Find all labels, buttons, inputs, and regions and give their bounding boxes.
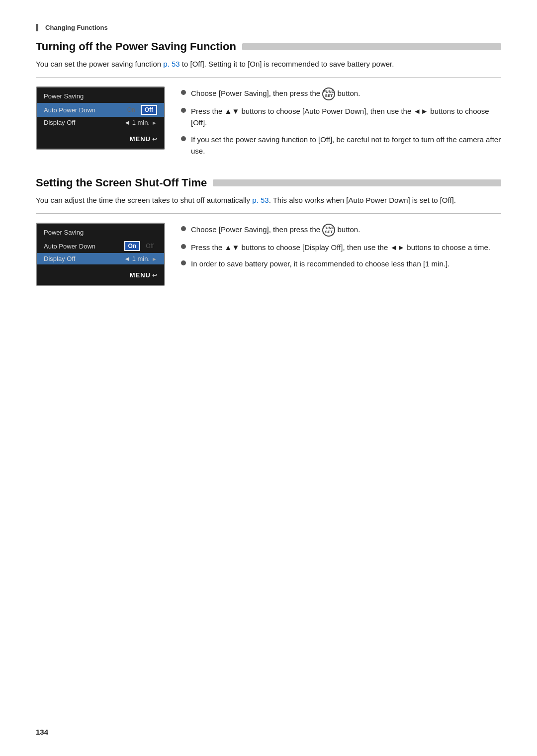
option-off-1: Off <box>141 105 157 115</box>
bullet-1-2 <box>181 108 186 113</box>
section2-heading-bar <box>213 179 501 186</box>
func-set-icon-2: FUNCSET <box>322 224 335 237</box>
section2-heading: Setting the Screen Shut-Off Time <box>36 176 501 189</box>
instruction-1-1: Choose [Power Saving], then press the FU… <box>181 87 501 100</box>
instruction-text-2-2: Press the ▲▼ buttons to choose [Display … <box>191 242 501 253</box>
section2-description: You can adjust the time the screen takes… <box>36 194 501 206</box>
section1-rule <box>36 77 501 78</box>
camera-row-1-displayoff: Display Off ◄ 1 min. ► <box>37 117 164 128</box>
camera-menu-bar-1: MENU ↩ <box>37 131 164 143</box>
menu-arrow-2: ↩ <box>152 272 157 279</box>
bullet-1-1 <box>181 90 186 95</box>
option-on-2: On <box>124 241 141 251</box>
breadcrumb: Changing Functions <box>36 24 501 31</box>
section2-content: Power Saving Auto Power Down On Off Disp… <box>36 223 501 286</box>
section1-heading: Turning off the Power Saving Function <box>36 40 501 53</box>
section2-heading-text: Setting the Screen Shut-Off Time <box>36 176 207 189</box>
option-off-2: Off <box>142 242 157 251</box>
instruction-2-1: Choose [Power Saving], then press the FU… <box>181 224 501 237</box>
bullet-2-2 <box>181 244 186 249</box>
instruction-text-1-3: If you set the power saving function to … <box>191 134 501 157</box>
section1-instructions: Choose [Power Saving], then press the FU… <box>181 86 501 157</box>
camera-row-1-autopowerdown: Auto Power Down On Off <box>37 103 164 117</box>
camera-screen-1: Power Saving Auto Power Down On Off Disp… <box>36 86 165 150</box>
camera-row-2-displayoff: Display Off ◄ 1 min. ► <box>37 253 164 264</box>
bullet-2-3 <box>181 260 186 265</box>
section2-rule <box>36 213 501 214</box>
section1-heading-text: Turning off the Power Saving Function <box>36 40 236 53</box>
camera-menu-bar-2: MENU ↩ <box>37 267 164 279</box>
bullet-1-3 <box>181 136 186 141</box>
menu-label-1: MENU <box>130 135 151 143</box>
camera-screen-2-title: Power Saving <box>37 224 164 239</box>
bullet-2-1 <box>181 226 186 231</box>
instruction-2-3: In order to save battery power, it is re… <box>181 258 501 269</box>
section1-link[interactable]: p. 53 <box>163 60 179 68</box>
camera-row-2-autopowerdown: Auto Power Down On Off <box>37 239 164 253</box>
camera-screen-1-title: Power Saving <box>37 87 164 103</box>
instruction-text-2-3: In order to save battery power, it is re… <box>191 258 501 269</box>
camera-screen-2: Power Saving Auto Power Down On Off Disp… <box>36 223 165 286</box>
option-on-1: On <box>124 105 139 114</box>
instruction-1-2: Press the ▲▼ buttons to choose [Auto Pow… <box>181 105 501 129</box>
section2-link[interactable]: p. 53 <box>252 196 268 204</box>
section1-description: You can set the power saving function p.… <box>36 58 501 70</box>
page-number: 134 <box>36 728 48 736</box>
instruction-text-1-1: Choose [Power Saving], then press the FU… <box>191 87 501 100</box>
menu-label-2: MENU <box>130 271 151 279</box>
section2-instructions: Choose [Power Saving], then press the FU… <box>181 223 501 270</box>
page: Changing Functions Turning off the Power… <box>0 0 537 756</box>
instruction-1-3: If you set the power saving function to … <box>181 134 501 157</box>
menu-arrow-1: ↩ <box>152 136 157 143</box>
section1-content: Power Saving Auto Power Down On Off Disp… <box>36 86 501 157</box>
instruction-text-1-2: Press the ▲▼ buttons to choose [Auto Pow… <box>191 105 501 129</box>
section1-heading-bar <box>242 43 501 50</box>
instruction-text-2-1: Choose [Power Saving], then press the FU… <box>191 224 501 237</box>
func-set-icon-1: FUNCSET <box>322 87 335 100</box>
instruction-2-2: Press the ▲▼ buttons to choose [Display … <box>181 242 501 253</box>
